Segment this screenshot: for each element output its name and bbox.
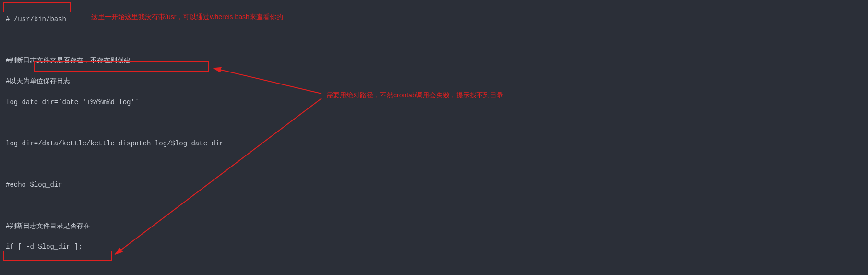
code-line: #判断日志文件目录是否存在: [6, 221, 862, 232]
code-line: #判断日志文件夹是否存在，不存在则创建: [6, 56, 862, 66]
code-line: [6, 35, 862, 45]
annotation-mid: 需要用绝对路径，不然crontab调用会失败，提示找不到目录: [326, 90, 503, 101]
code-line: [6, 263, 862, 273]
code-line: log_dir=/data/kettle/kettle_dispatch_log…: [6, 139, 862, 149]
code-line: [6, 159, 862, 169]
code-line: [6, 118, 862, 128]
code-line: #以天为单位保存日志: [6, 76, 862, 87]
annotation-top: 这里一开始这里我没有带/usr，可以通过whereis bash来查看你的: [91, 12, 283, 23]
code-line: if [ -d $log_dir ];: [6, 242, 862, 252]
code-line: [6, 201, 862, 211]
code-line: #echo $log_dir: [6, 180, 862, 191]
code-block: #!/usr/bin/bash #判断日志文件夹是否存在，不存在则创建 #以天为…: [0, 0, 868, 275]
